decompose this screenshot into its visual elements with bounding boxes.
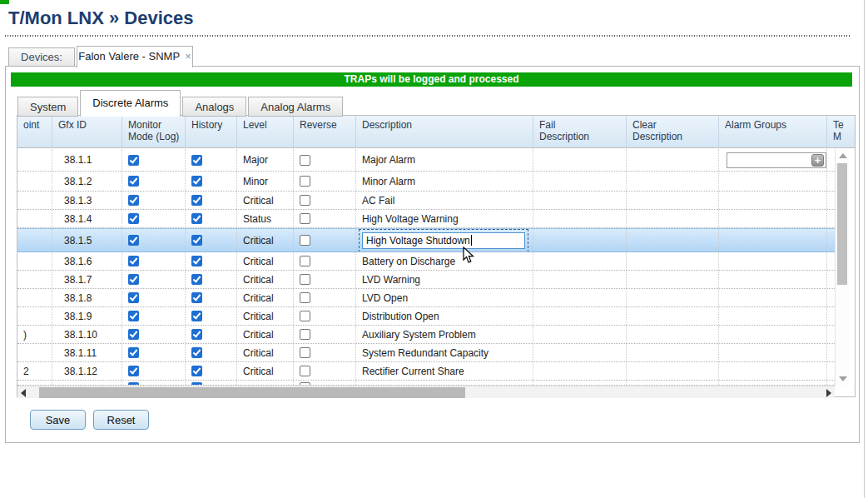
grid-row-38.1.4[interactable]: 38.1.4StatusHigh Voltage Warning [17,210,835,228]
reverse-checkbox[interactable] [300,213,310,224]
save-button[interactable]: Save [30,410,86,430]
monitor-mode-checkbox[interactable] [128,176,139,187]
reverse-checkbox[interactable] [300,311,310,321]
horizontal-scrollbar[interactable] [17,386,835,398]
column-header-fail-description[interactable]: Fail Description [533,116,627,147]
gfx-id-cell [52,381,122,385]
history-checkbox[interactable] [191,195,202,206]
column-header-monitor-mode[interactable]: Monitor Mode (Log) [122,116,186,147]
history-checkbox[interactable] [191,329,202,340]
grid-row-38.1.8[interactable]: 38.1.8CriticalLVD Open [17,289,835,307]
reverse-cell [294,381,356,385]
clear-description-cell [627,362,719,380]
column-header-test-mode[interactable]: Te M [827,116,855,147]
history-checkbox[interactable] [191,347,202,358]
history-checkbox[interactable] [191,292,202,303]
description-cell: Major Alarm [356,149,533,171]
monitor-mode-checkbox[interactable] [128,347,139,358]
history-checkbox[interactable] [191,256,202,266]
sub-tab-analog-alarms[interactable]: Analog Alarms [248,97,343,117]
tab-devices[interactable]: Devices: [8,47,75,67]
grid-row-38.1.11[interactable]: 38.1.11CriticalSystem Redundant Capacity [17,344,835,362]
reset-button[interactable]: Reset [93,410,149,430]
point-cell [17,149,52,171]
sub-tab-system[interactable]: System [17,97,78,117]
clear-description-cell [627,172,719,191]
monitor-mode-checkbox[interactable] [128,256,139,266]
level-cell: Major [237,149,294,171]
column-header-alarm-groups[interactable]: Alarm Groups [719,116,827,147]
history-checkbox[interactable] [191,235,202,246]
grid-row-38.1.1[interactable]: 38.1.1MajorMajor Alarm+ [17,149,835,172]
grid-row-38.1.10[interactable]: )38.1.10CriticalAuxiliary System Problem [17,326,835,344]
vertical-scrollbar[interactable] [835,149,849,386]
grid-row-38.1.2[interactable]: 38.1.2MinorMinor Alarm [17,172,835,192]
column-header-level[interactable]: Level [237,116,294,147]
column-header-reverse[interactable]: Reverse [294,116,356,147]
history-checkbox[interactable] [191,274,202,285]
level-cell: Critical [237,229,294,251]
reverse-checkbox[interactable] [300,292,310,303]
history-checkbox[interactable] [191,176,202,187]
grid-row-38.1.5[interactable]: 38.1.5CriticalHigh Voltage Shutdown [17,228,835,252]
history-checkbox[interactable] [191,155,202,166]
close-tab-icon[interactable]: × [185,50,191,62]
monitor-mode-checkbox[interactable] [128,382,139,385]
monitor-mode-checkbox[interactable] [128,235,139,246]
monitor-mode-checkbox[interactable] [128,311,139,321]
column-header-history[interactable]: History [186,116,237,147]
monitor-mode-cell [122,229,186,251]
grid-row-38.1.6[interactable]: 38.1.6CriticalBattery on Discharge [17,252,835,271]
description-cell: High Voltage Warning [356,210,533,227]
reverse-checkbox[interactable] [300,256,310,266]
sub-tab-discrete-alarms[interactable]: Discrete Alarms [80,90,181,117]
monitor-mode-checkbox[interactable] [128,292,139,303]
alarm-groups-input[interactable]: + [727,152,826,168]
grid-row-38.1.3[interactable]: 38.1.3CriticalAC Fail [17,192,835,210]
clear-description-cell [627,344,719,361]
fail-description-cell [533,362,627,380]
history-checkbox[interactable] [191,382,202,385]
scroll-right-icon[interactable] [826,389,831,397]
reverse-checkbox[interactable] [300,235,310,246]
horizontal-scroll-thumb[interactable] [39,387,465,398]
reverse-checkbox[interactable] [300,155,310,166]
monitor-mode-checkbox[interactable] [128,213,139,224]
history-checkbox[interactable] [191,366,202,376]
column-header-clear-description[interactable]: Clear Description [627,116,719,147]
sub-tab-analogs[interactable]: Analogs [182,97,246,117]
monitor-mode-cell [122,271,186,288]
description-cell: High Voltage Shutdown [356,229,533,251]
add-alarm-group-button[interactable]: + [811,154,824,167]
monitor-mode-checkbox[interactable] [128,274,139,285]
monitor-mode-checkbox[interactable] [128,366,139,376]
scroll-down-icon[interactable] [839,376,847,381]
point-cell: ) [17,326,52,343]
grid-row-38.1.7[interactable]: 38.1.7CriticalLVD Warning [17,271,835,289]
reverse-checkbox[interactable] [300,382,310,385]
reverse-checkbox[interactable] [300,274,310,285]
fail-description-cell [533,149,627,171]
column-header-description[interactable]: Description [356,116,533,147]
monitor-mode-checkbox[interactable] [128,155,139,166]
grid-row-38.1.9[interactable]: 38.1.9CriticalDistribution Open [17,307,835,326]
scroll-left-icon[interactable] [21,389,26,397]
reverse-checkbox[interactable] [300,329,310,340]
reverse-checkbox[interactable] [300,195,310,206]
clear-description-cell [627,381,719,385]
description-edit-outline: High Voltage Shutdown [359,229,528,251]
column-header-point[interactable]: oint [17,116,52,147]
history-checkbox[interactable] [191,311,202,321]
grid-row-38.1.12[interactable]: 238.1.12CriticalRectifier Current Share [17,362,835,381]
reverse-checkbox[interactable] [300,176,310,187]
history-checkbox[interactable] [191,213,202,224]
description-input[interactable]: High Voltage Shutdown [362,232,525,249]
tab-falon-valere-snmp[interactable]: Falon Valere - SNMP× [77,46,193,67]
reverse-checkbox[interactable] [300,347,310,358]
monitor-mode-checkbox[interactable] [128,329,139,340]
monitor-mode-checkbox[interactable] [128,195,139,206]
column-header-gfx-id[interactable]: Gfx ID [52,116,122,147]
reverse-checkbox[interactable] [300,366,310,376]
scroll-up-icon[interactable] [839,153,847,158]
vertical-scroll-thumb[interactable] [837,163,847,285]
